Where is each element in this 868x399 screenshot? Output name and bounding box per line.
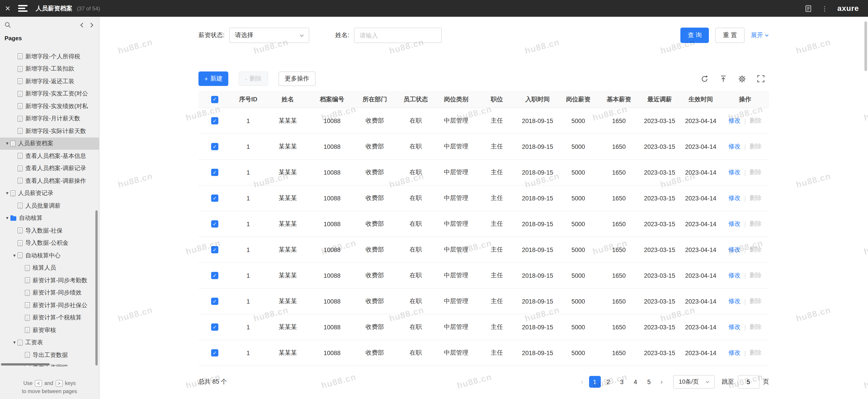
close-icon[interactable]: ✕	[0, 4, 16, 12]
delete-link[interactable]: 删除	[749, 220, 762, 228]
cell-last_raise: 2023-03-15	[639, 143, 680, 150]
sidebar-item[interactable]: ▼工资表	[0, 336, 99, 349]
delete-link[interactable]: 删除	[749, 246, 762, 254]
expand-link[interactable]: 展开	[751, 31, 769, 39]
sidebar-item[interactable]: 查看人员档案-调薪记录	[0, 162, 99, 175]
search-icon[interactable]	[4, 22, 11, 28]
sidebar-item[interactable]: 薪资计算-同步社保公	[0, 299, 99, 311]
caret-down-icon[interactable]: ▼	[11, 340, 18, 345]
prev-page-button[interactable]: ‹	[576, 376, 588, 388]
sidebar-item[interactable]: ▼自动核算中心	[0, 249, 99, 262]
caret-down-icon[interactable]: ▼	[4, 191, 10, 196]
row-checkbox[interactable]	[211, 349, 218, 357]
page-vertical-scrollbar[interactable]	[864, 21, 867, 71]
edit-link[interactable]: 修改	[728, 168, 741, 176]
page-number-5[interactable]: 5	[643, 376, 655, 388]
page-size-select[interactable]: 10条/页	[673, 375, 715, 389]
page-number-2[interactable]: 2	[602, 376, 614, 388]
sidebar-item[interactable]: ▼自动核算	[0, 212, 99, 224]
notes-icon[interactable]	[800, 5, 816, 12]
sidebar-item[interactable]: 导入数据-公积金	[0, 237, 99, 249]
sidebar-item-label: 人员批量调薪	[25, 202, 61, 210]
row-checkbox[interactable]	[211, 246, 218, 253]
delete-link[interactable]: 删除	[749, 142, 762, 151]
cell-category: 中层管理	[436, 194, 476, 202]
salary-status-select[interactable]: 请选择	[229, 28, 309, 43]
edit-link[interactable]: 修改	[728, 349, 741, 357]
sidebar-item[interactable]: 核算人员	[0, 262, 99, 274]
page-number-3[interactable]: 3	[616, 376, 628, 388]
sidebar-horizontal-scrollbar[interactable]	[1, 363, 50, 366]
edit-link[interactable]: 修改	[728, 117, 741, 125]
sidebar-item[interactable]: 查看人员档案-调薪操作	[0, 175, 99, 187]
edit-link[interactable]: 修改	[728, 272, 741, 280]
sidebar-item[interactable]: ▼人员薪资记录	[0, 187, 99, 200]
row-checkbox[interactable]	[211, 195, 218, 202]
cell-last_raise: 2023-03-15	[639, 324, 680, 331]
new-button[interactable]: + 新建	[198, 72, 228, 86]
row-select-cell	[198, 298, 231, 305]
delete-link[interactable]: 删除	[749, 272, 762, 280]
sidebar-item[interactable]: 人员批量调薪	[0, 200, 99, 212]
next-page-nav-icon[interactable]	[89, 22, 94, 28]
delete-link[interactable]: 删除	[749, 297, 762, 305]
row-checkbox[interactable]	[211, 298, 218, 305]
sidebar-item[interactable]: 新增字段-返还工装	[0, 75, 99, 88]
delete-link[interactable]: 删除	[749, 323, 762, 331]
kebab-menu-icon[interactable]: ⋮	[816, 5, 833, 11]
prev-page-nav-icon[interactable]	[79, 22, 85, 28]
caret-down-icon[interactable]: ▼	[4, 141, 10, 146]
sidebar-item[interactable]: 薪资计算-同步考勤数	[0, 274, 99, 287]
delete-button[interactable]: - 删除	[239, 72, 268, 86]
sidebar-item[interactable]: 薪资计算-同步绩效	[0, 287, 99, 299]
row-checkbox[interactable]	[211, 143, 218, 150]
delete-link[interactable]: 删除	[749, 194, 762, 202]
sidebar-item[interactable]: 薪资审核	[0, 324, 99, 336]
export-icon[interactable]	[720, 75, 727, 83]
sidebar-item[interactable]: 新增字段-实际计薪天数	[0, 125, 99, 137]
sidebar-item[interactable]: ▼人员薪资档案	[0, 137, 99, 150]
sidebar-vertical-scrollbar[interactable]	[95, 210, 98, 366]
sidebar-item[interactable]: 导入数据-社保	[0, 224, 99, 237]
delete-link[interactable]: 删除	[749, 117, 762, 125]
cell-effective: 2023-04-14	[680, 169, 721, 176]
name-input[interactable]	[354, 28, 441, 43]
caret-down-icon[interactable]: ▼	[11, 253, 18, 258]
edit-link[interactable]: 修改	[728, 323, 741, 331]
sidebar-item[interactable]: 新增字段-实发绩效(对私	[0, 100, 99, 112]
table-row: 1某某某10088收费部在职中层管理主任2018-09-155000165020…	[198, 211, 769, 237]
search-button[interactable]: 查 询	[681, 28, 709, 43]
hamburger-menu-icon[interactable]	[18, 5, 28, 12]
caret-down-icon[interactable]: ▼	[4, 216, 10, 221]
sidebar-item[interactable]: 新增字段-个人所得税	[0, 50, 99, 63]
row-checkbox[interactable]	[211, 220, 218, 228]
edit-link[interactable]: 修改	[728, 194, 741, 202]
edit-link[interactable]: 修改	[728, 246, 741, 254]
sidebar-item[interactable]: 新增字段-工装扣款	[0, 63, 99, 75]
sidebar-item[interactable]: 新增字段-月计薪天数	[0, 112, 99, 125]
row-checkbox[interactable]	[211, 323, 218, 331]
row-checkbox[interactable]	[211, 272, 218, 279]
page-number-4[interactable]: 4	[629, 376, 641, 388]
refresh-icon[interactable]	[701, 75, 708, 83]
page-number-1[interactable]: 1	[589, 376, 600, 388]
jump-page-input[interactable]	[738, 375, 759, 389]
sidebar-item[interactable]: 查看人员档案-基本信息	[0, 150, 99, 162]
edit-link[interactable]: 修改	[728, 220, 741, 228]
delete-link[interactable]: 删除	[749, 349, 762, 357]
row-checkbox[interactable]	[211, 169, 218, 176]
sidebar-item[interactable]: 薪资计算-个税核算	[0, 311, 99, 324]
gear-icon[interactable]	[738, 75, 746, 83]
edit-link[interactable]: 修改	[728, 142, 741, 151]
more-actions-button[interactable]: 更多操作	[278, 72, 315, 86]
select-all-checkbox[interactable]	[211, 96, 218, 103]
page-icon	[10, 191, 16, 196]
sidebar-item[interactable]: 导出工资数据	[0, 349, 99, 361]
reset-button[interactable]: 重 置	[715, 28, 745, 43]
edit-link[interactable]: 修改	[728, 297, 741, 305]
row-checkbox[interactable]	[211, 117, 218, 124]
delete-link[interactable]: 删除	[749, 168, 762, 176]
next-page-button[interactable]: ›	[656, 376, 668, 388]
sidebar-item[interactable]: 新增字段-实发工资(对公	[0, 88, 99, 100]
fullscreen-icon[interactable]	[757, 75, 765, 82]
